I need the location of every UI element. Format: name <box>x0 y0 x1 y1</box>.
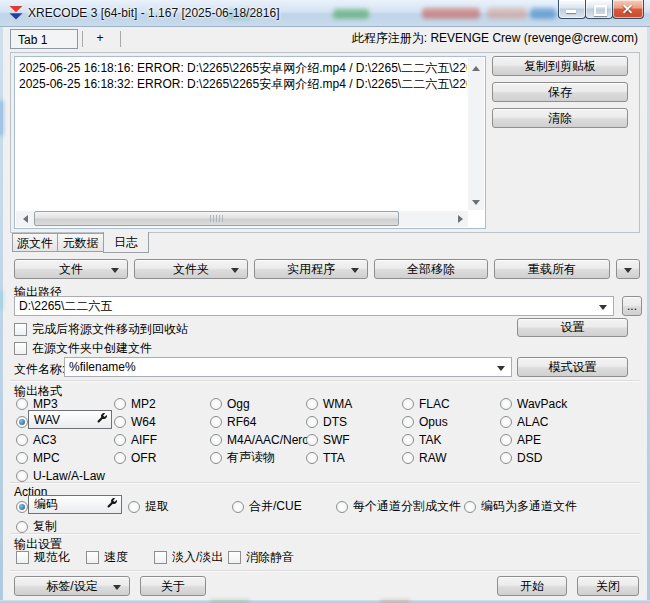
close-app-button[interactable]: 关闭 <box>577 576 639 596</box>
format-option-aiff[interactable]: AIFF <box>114 432 157 447</box>
log-lines: 2025-06-25 16:18:16: ERROR: D:\2265\2265… <box>19 60 467 210</box>
format-option-mpc[interactable]: MPC <box>16 450 60 465</box>
radio-icon <box>16 452 28 464</box>
scroll-up-button[interactable] <box>468 58 484 74</box>
format-option-ape[interactable]: APE <box>500 432 541 447</box>
new-tab-button[interactable]: + <box>86 29 114 49</box>
format-option-mp2[interactable]: MP2 <box>114 396 156 411</box>
scroll-up-icon <box>472 62 480 71</box>
action-option-split-channels[interactable]: 每个通道分割成文件 <box>336 499 461 514</box>
format-option-ofr[interactable]: OFR <box>114 450 156 465</box>
normalize-checkbox[interactable]: 规范化 <box>16 550 70 565</box>
format-label: FLAC <box>419 397 450 411</box>
titlebar[interactable]: XRECODE 3 [64-bit] - 1.167 [2025-06-18/2… <box>0 0 650 27</box>
tags-settings-label: 标签/设定 <box>46 579 97 593</box>
clear-button[interactable]: 清除 <box>492 108 628 128</box>
radio-icon <box>16 398 28 410</box>
action-option-label: 编码 <box>34 496 58 513</box>
app-window: XRECODE 3 [64-bit] - 1.167 [2025-06-18/2… <box>0 0 650 603</box>
speed-checkbox[interactable]: 速度 <box>86 550 128 565</box>
horizontal-scrollbar[interactable] <box>16 211 468 227</box>
start-button[interactable]: 开始 <box>497 576 567 596</box>
wav-format-settings-button[interactable]: WAV <box>28 410 112 429</box>
maximize-button[interactable] <box>585 0 613 19</box>
format-option-ac3[interactable]: AC3 <box>16 432 56 447</box>
radio-selected-icon <box>16 416 28 428</box>
remove-all-button[interactable]: 全部移除 <box>374 259 488 279</box>
move-to-recycle-checkbox[interactable]: 完成后将源文件移动到回收站 <box>14 322 188 337</box>
utilities-menu-label: 实用程序 <box>287 262 335 276</box>
scrollbar-thumb[interactable] <box>34 211 399 226</box>
utilities-menu-button[interactable]: 实用程序 <box>254 259 368 279</box>
file-menu-label: 文件 <box>59 262 83 276</box>
fade-label: 淡入/淡出 <box>172 549 223 566</box>
folder-menu-button[interactable]: 文件夹 <box>134 259 248 279</box>
radio-icon <box>16 434 28 446</box>
format-option-ogg[interactable]: Ogg <box>210 396 250 411</box>
action-option-multichannel[interactable]: 编码为多通道文件 <box>464 499 577 514</box>
scroll-right-icon <box>458 215 467 223</box>
action-option-merge-cue[interactable]: 合并/CUE <box>232 499 302 514</box>
format-option-w64[interactable]: W64 <box>114 414 156 429</box>
remove-silence-checkbox[interactable]: 消除静音 <box>228 550 294 565</box>
tab-metadata[interactable]: 元数据 <box>57 233 104 252</box>
fade-checkbox[interactable]: 淡入/淡出 <box>154 550 223 565</box>
close-button[interactable] <box>612 0 644 19</box>
chevron-down-icon <box>599 305 607 310</box>
format-label: RAW <box>419 451 447 465</box>
radio-icon <box>306 416 318 428</box>
format-option-ulaw-alaw[interactable]: U-Law/A-Law <box>16 468 105 483</box>
format-option-tak[interactable]: TAK <box>402 432 441 447</box>
file-menu-button[interactable]: 文件 <box>14 259 128 279</box>
format-option-dsd[interactable]: DSD <box>500 450 542 465</box>
minimize-button[interactable] <box>558 0 586 19</box>
scroll-left-button[interactable] <box>16 211 32 227</box>
format-option-wav[interactable] <box>16 414 28 429</box>
save-button[interactable]: 保存 <box>492 82 628 102</box>
encode-settings-button[interactable]: 编码 <box>28 495 122 514</box>
radio-selected-icon <box>16 501 28 513</box>
browse-button[interactable]: ... <box>622 296 642 316</box>
format-option-wavpack[interactable]: WavPack <box>500 396 567 411</box>
chevron-down-icon <box>624 268 632 273</box>
log-textarea[interactable]: 2025-06-25 16:18:16: ERROR: D:\2265\2265… <box>14 56 486 229</box>
format-option-alac[interactable]: ALAC <box>500 414 548 429</box>
output-path-combobox[interactable]: D:\2265\二二六五 <box>14 296 614 316</box>
tab-source-files[interactable]: 源文件 <box>12 233 58 252</box>
vertical-scrollbar[interactable] <box>468 58 484 210</box>
format-option-tta[interactable]: TTA <box>306 450 345 465</box>
settings-button[interactable]: 设置 <box>517 318 628 337</box>
format-option-opus[interactable]: Opus <box>402 414 448 429</box>
radio-icon <box>306 452 318 464</box>
action-option-copy[interactable]: 复制 <box>16 519 57 534</box>
format-option-dts[interactable]: DTS <box>306 414 347 429</box>
tab-log[interactable]: 日志 <box>103 232 149 253</box>
reload-all-button[interactable]: 重载所有 <box>494 259 610 279</box>
filename-combobox[interactable]: %filename% <box>64 357 512 377</box>
radio-icon <box>402 416 414 428</box>
toolbar-more-button[interactable] <box>616 259 640 279</box>
format-option-rf64[interactable]: RF64 <box>210 414 256 429</box>
pattern-settings-button[interactable]: 模式设置 <box>517 357 628 377</box>
scroll-right-button[interactable] <box>452 211 468 227</box>
format-label: WavPack <box>517 397 567 411</box>
format-label: TAK <box>419 433 441 447</box>
format-option-wma[interactable]: WMA <box>306 396 352 411</box>
copy-to-clipboard-button[interactable]: 复制到剪贴板 <box>492 56 628 76</box>
format-option-flac[interactable]: FLAC <box>402 396 450 411</box>
format-option-raw[interactable]: RAW <box>402 450 447 465</box>
about-button[interactable]: 关于 <box>140 576 206 596</box>
format-option-audiobook[interactable]: 有声读物 <box>210 450 275 465</box>
format-option-m4a[interactable]: M4A/AAC/Nero <box>210 432 309 447</box>
action-option-extract[interactable]: 提取 <box>128 499 169 514</box>
create-in-source-checkbox[interactable]: 在源文件夹中创建文件 <box>14 341 152 356</box>
format-label: Ogg <box>227 397 250 411</box>
tags-settings-button[interactable]: 标签/设定 <box>14 576 130 596</box>
action-option-encode[interactable] <box>16 499 28 514</box>
format-option-swf[interactable]: SWF <box>306 432 350 447</box>
format-option-mp3[interactable]: MP3 <box>16 396 58 411</box>
scroll-down-button[interactable] <box>468 194 484 210</box>
radio-icon <box>114 416 126 428</box>
section-divider <box>10 533 640 534</box>
tab-1[interactable]: Tab 1 <box>10 29 78 49</box>
